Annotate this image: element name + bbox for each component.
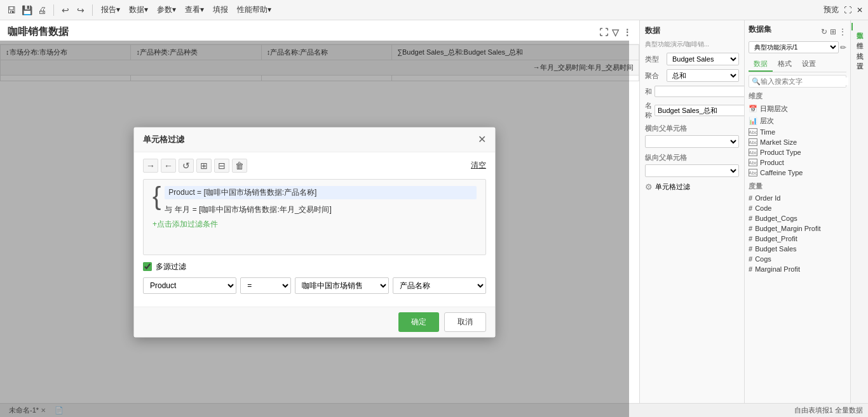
dataset-select[interactable]: 典型功能演示/1 [749,41,839,53]
modal-dialog: 单元格过滤 ✕ → ← ↺ ⊞ ⊟ 🗑 清空 { [133,127,496,338]
cancel-button[interactable]: 取消 [444,312,486,332]
report-header-icons: ⛶ ▽ ⋮ [599,27,632,37]
dim-item-date-hierarchy[interactable]: 📅 日期层次 [749,103,846,115]
report-title: 咖啡销售数据 [8,25,599,39]
menu-view[interactable]: 查看▾ [182,3,207,17]
toolbar-icon-save2[interactable]: 💾 [20,4,33,17]
tab-data[interactable]: 数据 [749,57,773,72]
measure-item-cogs[interactable]: # Cogs [749,254,846,264]
and-row: 和 [645,86,739,97]
hash-icon-order-id: # [749,194,752,202]
row-parent-label: 横向父单元格 [645,124,739,133]
modal-header: 单元格过滤 ✕ [134,128,495,152]
measure-item-marginal-profit[interactable]: # Marginal Profit [749,264,846,274]
toolbar-icon-print[interactable]: 🖨 [36,4,48,17]
modal-tb-remove-row[interactable]: ⊟ [214,159,229,173]
hash-icon-budget-cogs: # [749,215,752,222]
modal-close-button[interactable]: ✕ [478,135,486,145]
menu-params[interactable]: 参数▾ [154,3,179,17]
and-input[interactable] [654,86,745,97]
search-input[interactable] [761,77,848,85]
type-select[interactable]: Budget Sales [667,53,739,65]
toolbar: 🖫 💾 🖨 ↩ ↪ 报告▾ 数据▾ 参数▾ 查看▾ 填报 性能帮助▾ 预览 ⛶ … [0,0,868,20]
dim-item-caffeine-type[interactable]: Abc Caffeine Type [749,168,846,178]
modal-footer: 确定 取消 [134,307,495,337]
preview-label[interactable]: 预览 [824,4,839,15]
measure-item-budget-sales[interactable]: # Budget Sales [749,244,846,254]
row-parent-select[interactable] [645,135,739,148]
toolbar-sep1 [53,4,54,16]
dim-item-time[interactable]: Abc Time [749,127,846,137]
data-config-panel: 数据 典型功能演示/咖啡销... 类型 Budget Sales 聚合 总和 和 [640,20,745,403]
filter-val-1: [咖啡中国市场销售数据:产品名称] [203,188,316,197]
hierarchy-icon: 📊 [749,117,757,125]
name-input[interactable] [654,105,745,116]
dataset-refresh-icon[interactable]: ↻ [821,27,827,36]
measure-item-budget-profit[interactable]: # Budget_Profit [749,234,846,244]
report-filter-icon[interactable]: ▽ [612,27,619,37]
tab-format[interactable]: 格式 [773,57,797,72]
filter-field-2: 年月 [175,205,190,214]
dataset-add-icon[interactable]: ⊞ [830,27,836,36]
report-more-icon[interactable]: ⋮ [623,27,632,37]
confirm-button[interactable]: 确定 [398,312,439,332]
toolbar-icon-undo[interactable]: ↩ [59,4,72,17]
filter-dd-col: 产品名称 年月_交易时间 [393,277,486,294]
agg-select[interactable]: 总和 [667,69,739,82]
filter-field-1: Product [168,188,194,197]
dim-item-market-size[interactable]: Abc Market Size [749,137,846,147]
filter-dataset-select[interactable]: 咖啡中国市场销售 [295,277,388,294]
dataset-edit-icon[interactable]: ✏ [840,43,846,52]
filter-op-select[interactable]: = ≠ < > [240,277,291,294]
menu-report[interactable]: 报告▾ [98,3,123,17]
filter-col-select[interactable]: 产品名称 年月_交易时间 [393,277,486,294]
measure-item-budget-cogs[interactable]: # Budget_Cogs [749,213,846,223]
side-tab-format[interactable]: 格式 [851,43,867,51]
cell-filter-label[interactable]: 单元格过滤 [655,182,690,192]
measure-item-order-id[interactable]: # Order Id [749,193,846,203]
modal-body: → ← ↺ ⊞ ⊟ 🗑 清空 { [134,152,495,307]
dataset-more-icon[interactable]: ⋮ [839,27,846,36]
side-tabs: 数据集 组件 格式 设置 [850,20,868,403]
col-parent-label: 纵向父单元格 [645,153,739,162]
tab-settings[interactable]: 设置 [797,57,821,72]
dim-item-hierarchy[interactable]: 📊 层次 [749,115,846,127]
toolbar-icon-redo[interactable]: ↪ [74,4,87,17]
side-tab-dataset[interactable]: 数据集 [851,23,867,30]
data-panel-title: 数据 [645,25,739,36]
menu-data[interactable]: 数据▾ [126,3,151,17]
modal-tb-add-row[interactable]: ⊞ [196,159,212,173]
modal-tb-delete[interactable]: 🗑 [232,159,247,173]
col-parent-select[interactable] [645,164,739,177]
filter-cond-1: Product = [咖啡中国市场销售数据:产品名称] [168,188,316,197]
search-row: 🔍 ⋮ [749,75,846,88]
filter-val-2: [咖啡中国市场销售数据:年月_交易时间] [199,205,332,214]
abc-icon-product-type: Abc [749,149,757,156]
side-tab-component[interactable]: 组件 [851,33,867,41]
modal-tb-back[interactable]: ← [161,159,176,173]
filter-field-select[interactable]: Product 年月 Market Size [143,277,236,294]
dim-item-product-type[interactable]: Abc Product Type [749,147,846,157]
hash-icon-budget-sales: # [749,245,752,253]
measure-item-code[interactable]: # Code [749,203,846,213]
measure-item-budget-margin-profit[interactable]: # Budget_Margin Profit [749,223,846,234]
expand-icon[interactable]: ⛶ [844,6,851,15]
modal-tb-reset[interactable]: ↺ [179,159,194,173]
multi-source-checkbox[interactable] [143,262,152,271]
menu-perf[interactable]: 性能帮助▾ [234,3,275,17]
dim-item-product[interactable]: Abc Product [749,157,846,168]
menu-fill[interactable]: 填报 [210,3,231,17]
measure-section-title: 度量 [749,182,846,191]
report-expand-icon[interactable]: ⛶ [599,27,608,37]
calendar-icon: 📅 [749,105,757,113]
multi-source-row: 多源过滤 [143,261,486,272]
modal-clear-button[interactable]: 清空 [471,160,486,171]
filter-add-button[interactable]: +点击添加过滤条件 [153,219,477,230]
status-right: 自由表填报1 全量数据 [794,406,863,415]
modal-tb-forward[interactable]: → [143,159,158,173]
side-tab-settings[interactable]: 设置 [851,53,867,61]
dataset-panel: 数据集 ↻ ⊞ ⋮ 典型功能演示/1 ✏ 数据 格式 [745,20,850,403]
hash-icon-marginal-profit: # [749,265,752,273]
window-close-icon[interactable]: ✕ [857,6,863,15]
toolbar-icon-save1[interactable]: 🖫 [5,4,18,17]
